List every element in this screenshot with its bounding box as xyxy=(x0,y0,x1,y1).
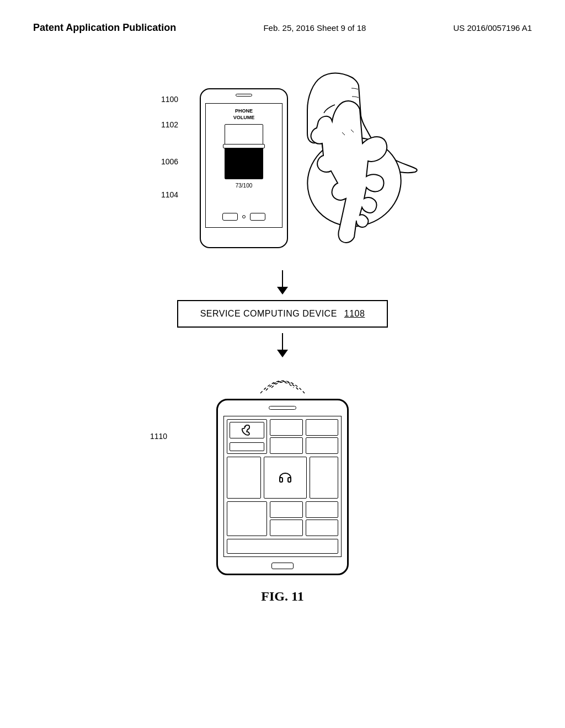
phone-app-icon xyxy=(239,422,255,438)
service-box: SERVICE COMPUTING DEVICE 1108 xyxy=(177,300,388,328)
hand-illustration xyxy=(244,72,420,248)
label-1100: 1100 xyxy=(161,95,178,104)
phone-section: 1100 1102 1006 1104 PHONE VOLUME 73/100 xyxy=(145,72,420,281)
label-1104: 1104 xyxy=(161,190,178,199)
publication-date-sheet: Feb. 25, 2016 Sheet 9 of 18 xyxy=(263,23,366,33)
tablet-speaker xyxy=(269,406,296,410)
patent-number: US 2016/0057196 A1 xyxy=(453,23,532,33)
signal-svg xyxy=(249,366,316,396)
tablet-container: 1110 xyxy=(117,399,448,575)
tablet-device xyxy=(216,399,349,575)
headphones-app-icon xyxy=(276,470,294,485)
page-header: Patent Application Publication Feb. 25, … xyxy=(33,22,532,34)
tablet-screen xyxy=(223,416,342,557)
label-1110: 1110 xyxy=(150,432,167,441)
label-1102: 1102 xyxy=(161,120,178,129)
fig-label: FIG. 11 xyxy=(117,589,448,604)
phone-hand-section: 1100 1102 1006 1104 PHONE VOLUME 73/100 xyxy=(117,72,448,604)
service-box-container: SERVICE COMPUTING DEVICE 1108 xyxy=(117,300,448,328)
tablet-home-button xyxy=(271,563,294,569)
wireless-signal xyxy=(117,366,448,396)
label-1108: 1108 xyxy=(344,309,365,318)
patent-title: Patent Application Publication xyxy=(33,22,176,34)
label-1006: 1006 xyxy=(161,157,178,166)
arrow-2 xyxy=(117,333,448,357)
phone-home-btn xyxy=(222,213,238,221)
main-diagram: 1100 1102 1006 1104 PHONE VOLUME 73/100 xyxy=(0,72,565,604)
